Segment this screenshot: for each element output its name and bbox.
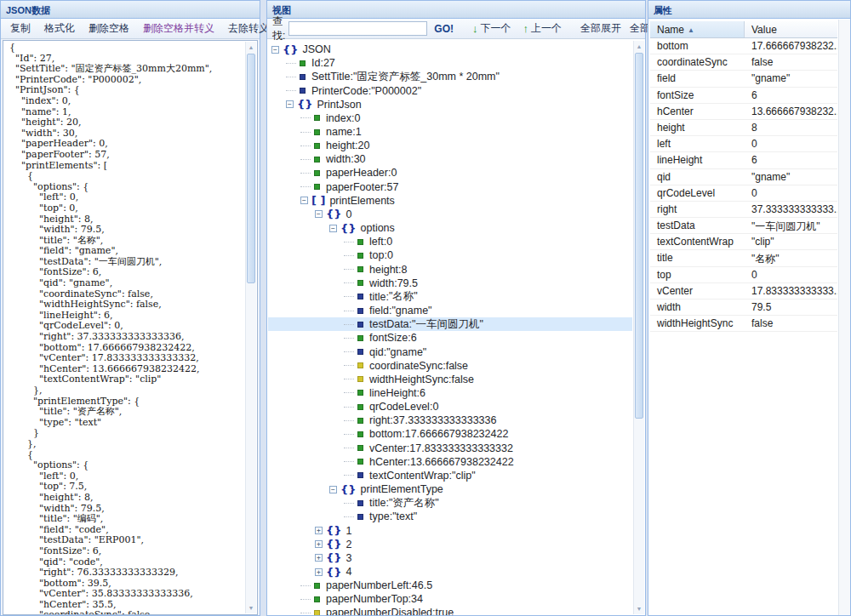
left-scrollbar[interactable]: ▲ ▼ bbox=[245, 42, 256, 613]
property-row[interactable]: fontSize6 bbox=[650, 88, 837, 104]
tree-node[interactable]: paperNumberTop : 34 bbox=[268, 592, 632, 606]
tree-node[interactable]: type : "text" bbox=[268, 510, 632, 523]
tree-node[interactable]: −[ ]printElements bbox=[268, 194, 632, 208]
property-row[interactable]: vCenter17.833333333333... bbox=[650, 283, 837, 299]
scroll-down-icon[interactable]: ▼ bbox=[634, 603, 644, 614]
collapse-icon[interactable]: − bbox=[300, 197, 308, 204]
property-value[interactable]: 37.333333333333... bbox=[745, 202, 837, 217]
column-header-value[interactable]: Value bbox=[745, 21, 837, 37]
property-value[interactable]: "名称" bbox=[745, 250, 837, 265]
json-code-area[interactable]: { "Id": 27, "SettTitle": "固定资产标签_30mm大20… bbox=[3, 40, 258, 615]
property-value[interactable]: 6 bbox=[745, 88, 837, 103]
property-value[interactable]: 17.833333333333... bbox=[745, 283, 837, 299]
expand-icon[interactable]: + bbox=[315, 527, 323, 534]
collapse-icon[interactable]: − bbox=[329, 486, 337, 493]
property-value[interactable]: 79.5 bbox=[745, 299, 837, 315]
tree-node[interactable]: paperFooter : 57 bbox=[268, 180, 632, 194]
property-value[interactable]: "gname" bbox=[745, 169, 837, 185]
property-value[interactable]: false bbox=[745, 316, 837, 331]
property-row[interactable]: title"名称" bbox=[650, 250, 837, 266]
tree-node[interactable]: title : "名称" bbox=[268, 290, 632, 304]
property-value[interactable]: 13.666667938232... bbox=[745, 104, 837, 119]
tree-node[interactable]: lineHeight : 6 bbox=[268, 386, 632, 400]
property-row[interactable]: testData"一车间圆刀机" bbox=[650, 218, 837, 234]
left-scrollbar-thumb[interactable] bbox=[247, 54, 255, 283]
middle-scrollbar[interactable]: ▲ ▼ bbox=[633, 41, 644, 614]
left-toolbar-button[interactable]: 复制 bbox=[3, 21, 37, 36]
property-row[interactable]: hCenter13.666667938232... bbox=[650, 104, 837, 120]
left-toolbar-button[interactable]: 删除空格 bbox=[82, 21, 136, 36]
property-value[interactable]: 0 bbox=[745, 185, 837, 201]
tree-node[interactable]: left : 0 bbox=[268, 235, 632, 248]
go-button[interactable]: GO! bbox=[434, 23, 454, 35]
search-input[interactable] bbox=[288, 21, 427, 36]
tree-node[interactable]: field : "gname" bbox=[268, 304, 632, 317]
tree-node[interactable]: index : 0 bbox=[268, 111, 632, 125]
tree-node[interactable]: PrinterCode : "P000002" bbox=[268, 83, 632, 97]
tree-node[interactable]: paperNumberDisabled : true bbox=[268, 606, 632, 615]
tree-node[interactable]: vCenter : 17.833333333333332 bbox=[268, 442, 632, 455]
tree-node[interactable]: top : 0 bbox=[268, 248, 632, 262]
column-header-name[interactable]: Name▲ bbox=[650, 21, 745, 37]
property-row[interactable]: width79.5 bbox=[650, 299, 837, 316]
tree-node[interactable]: widthHeightSync : false bbox=[268, 373, 632, 386]
tree-node[interactable]: −{}PrintJson bbox=[268, 98, 632, 111]
tree-node[interactable]: right : 37.333333333333336 bbox=[268, 414, 632, 427]
tree-node[interactable]: textContentWrap : "clip" bbox=[268, 469, 632, 482]
left-toolbar-button[interactable]: 删除空格并转义 bbox=[136, 21, 221, 36]
property-value[interactable]: false bbox=[745, 54, 837, 70]
tree-node[interactable]: SettTitle : "固定资产标签_30mm * 20mm" bbox=[268, 70, 632, 83]
tree-node[interactable]: height : 20 bbox=[268, 139, 632, 152]
collapse-icon[interactable]: − bbox=[329, 225, 337, 232]
middle-scrollbar-thumb[interactable] bbox=[635, 53, 643, 419]
expand-icon[interactable]: + bbox=[315, 568, 323, 576]
expand-all-button[interactable]: 全部展开 bbox=[574, 21, 628, 36]
tree-node[interactable]: Id : 27 bbox=[268, 56, 632, 70]
property-row[interactable]: coordinateSyncfalse bbox=[650, 54, 837, 71]
property-value[interactable]: 17.666667938232... bbox=[745, 38, 837, 54]
property-row[interactable]: bottom17.666667938232... bbox=[650, 38, 837, 54]
tree-node[interactable]: name : 1 bbox=[268, 125, 632, 139]
tree-node[interactable]: width : 79.5 bbox=[268, 277, 632, 290]
property-row[interactable]: height8 bbox=[650, 120, 837, 136]
collapse-icon[interactable]: − bbox=[271, 46, 279, 54]
property-row[interactable]: field"gname" bbox=[650, 71, 837, 87]
tree-node[interactable]: −{}options bbox=[268, 221, 632, 235]
tree-node[interactable]: qid : "gname" bbox=[268, 345, 632, 358]
scroll-up-icon[interactable]: ▲ bbox=[634, 41, 644, 52]
property-value[interactable]: 8 bbox=[745, 120, 837, 135]
property-row[interactable]: left0 bbox=[650, 136, 837, 152]
tree-node[interactable]: −{}printElementType bbox=[268, 482, 632, 496]
expand-icon[interactable]: + bbox=[315, 540, 323, 548]
tree-node[interactable]: bottom : 17.666667938232422 bbox=[268, 427, 632, 441]
tree-node[interactable]: height : 8 bbox=[268, 263, 632, 277]
tree-node[interactable]: paperNumberLeft : 46.5 bbox=[268, 579, 632, 592]
property-row[interactable]: widthHeightSyncfalse bbox=[650, 316, 837, 332]
property-row[interactable]: right37.333333333333... bbox=[650, 202, 837, 218]
property-value[interactable]: 6 bbox=[745, 152, 837, 168]
tree-node[interactable]: qrCodeLevel : 0 bbox=[268, 400, 632, 414]
property-value[interactable]: 0 bbox=[745, 267, 837, 282]
property-row[interactable]: qid"gname" bbox=[650, 169, 837, 185]
expand-icon[interactable]: + bbox=[315, 554, 323, 562]
property-row[interactable]: textContentWrap"clip" bbox=[650, 234, 837, 250]
property-value[interactable]: "gname" bbox=[745, 71, 837, 86]
tree-node[interactable]: −{}0 bbox=[268, 208, 632, 221]
tree-node[interactable]: testData : "一车间圆刀机" bbox=[268, 317, 632, 331]
tree-node[interactable]: fontSize : 6 bbox=[268, 331, 632, 345]
scroll-down-icon[interactable]: ▼ bbox=[246, 602, 256, 613]
scroll-up-icon[interactable]: ▲ bbox=[246, 42, 256, 53]
tree-node[interactable]: −{}JSON bbox=[268, 43, 632, 56]
collapse-icon[interactable]: − bbox=[315, 210, 323, 218]
right-scrollbar-track[interactable] bbox=[838, 20, 850, 615]
property-row[interactable]: top0 bbox=[650, 267, 837, 283]
tree-node[interactable]: coordinateSync : false bbox=[268, 359, 632, 373]
tree-node[interactable]: +{}1 bbox=[268, 523, 632, 537]
property-value[interactable]: 0 bbox=[745, 136, 837, 151]
collapse-icon[interactable]: − bbox=[286, 100, 294, 108]
tree-node[interactable]: +{}4 bbox=[268, 565, 632, 579]
tree-node[interactable]: paperHeader : 0 bbox=[268, 166, 632, 180]
property-row[interactable]: lineHeight6 bbox=[650, 152, 837, 168]
tree-node[interactable]: title : "资产名称" bbox=[268, 496, 632, 510]
json-code[interactable]: { "Id": 27, "SettTitle": "固定资产标签_30mm大20… bbox=[9, 43, 243, 614]
